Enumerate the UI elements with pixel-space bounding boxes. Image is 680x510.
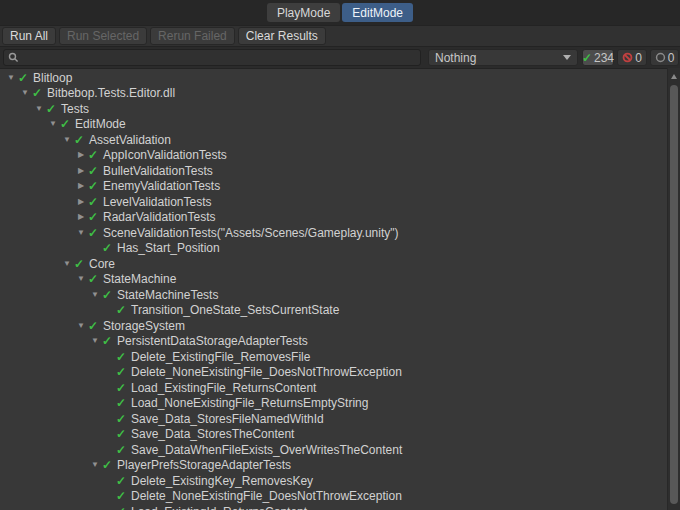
- tree-expander-expanded-icon[interactable]: ▼: [18, 89, 32, 97]
- tree-expander-collapsed-icon[interactable]: ▶: [74, 198, 88, 206]
- passed-filter-toggle[interactable]: ✓ 234: [582, 49, 614, 66]
- tree-expander-expanded-icon[interactable]: ▼: [74, 275, 88, 283]
- tree-row[interactable]: ✓Load_ExistingFile_ReturnsContent: [0, 380, 667, 396]
- tree-row[interactable]: ▼✓Core: [0, 256, 667, 272]
- tree-row[interactable]: ▼✓StateMachine: [0, 272, 667, 288]
- filter-bar: Nothing ✓ 234 0 0: [0, 46, 680, 68]
- rerun-failed-button: Rerun Failed: [150, 27, 235, 45]
- passed-count: 234: [594, 51, 614, 65]
- tab-editmode[interactable]: EditMode: [342, 3, 413, 22]
- test-pass-icon: ✓: [32, 87, 47, 99]
- scroll-up-arrow-icon[interactable]: [671, 74, 677, 79]
- tree-expander-expanded-icon[interactable]: ▼: [88, 337, 102, 345]
- test-name-label: StateMachine: [103, 272, 176, 286]
- tree-expander-collapsed-icon[interactable]: ▶: [74, 213, 88, 221]
- tree-row[interactable]: ▼✓StorageSystem: [0, 318, 667, 334]
- tree-expander-expanded-icon[interactable]: ▼: [88, 291, 102, 299]
- notrun-count: 0: [668, 51, 675, 65]
- test-name-label: Blitloop: [33, 71, 72, 85]
- tree-row[interactable]: ✓Save_Data_StoresTheContent: [0, 427, 667, 443]
- test-name-label: BulletValidationTests: [103, 164, 213, 178]
- test-pass-icon: ✓: [102, 335, 117, 347]
- tree-row[interactable]: ▼✓Blitloop: [0, 70, 667, 86]
- test-pass-icon: ✓: [74, 134, 89, 146]
- tree-expander-expanded-icon[interactable]: ▼: [88, 461, 102, 469]
- tree-row[interactable]: ▼✓Bitbebop.Tests.Editor.dll: [0, 86, 667, 102]
- tree-row[interactable]: ✓Transition_OneState_SetsCurrentState: [0, 303, 667, 319]
- test-pass-icon: ✓: [116, 413, 131, 425]
- tree-expander-expanded-icon[interactable]: ▼: [60, 260, 74, 268]
- tree-row[interactable]: ✓Save_DataWhenFileExists_OverWritesTheCo…: [0, 442, 667, 458]
- test-name-label: StateMachineTests: [117, 288, 218, 302]
- test-tree: ▼✓Blitloop▼✓Bitbebop.Tests.Editor.dll▼✓T…: [0, 68, 667, 510]
- clear-results-button[interactable]: Clear Results: [238, 27, 326, 45]
- test-name-label: AssetValidation: [89, 133, 171, 147]
- test-pass-icon: ✓: [60, 118, 75, 130]
- tree-row[interactable]: ✓Delete_NoneExistingFile_DoesNotThrowExc…: [0, 365, 667, 381]
- test-pass-icon: ✓: [88, 165, 103, 177]
- tree-row[interactable]: ▼✓PersistentDataStorageAdapterTests: [0, 334, 667, 350]
- test-name-label: RadarValidationTests: [103, 210, 216, 224]
- test-pass-icon: ✓: [88, 211, 103, 223]
- search-input[interactable]: [22, 51, 416, 64]
- tree-row[interactable]: ✓Load_ExistingId_ReturnsContent: [0, 504, 667, 510]
- tree-expander-collapsed-icon[interactable]: ▶: [74, 151, 88, 159]
- test-fail-icon: [622, 52, 633, 63]
- failed-filter-toggle[interactable]: 0: [617, 49, 647, 66]
- tree-expander-expanded-icon[interactable]: ▼: [60, 136, 74, 144]
- test-pass-icon: ✓: [116, 397, 131, 409]
- tree-row[interactable]: ✓Save_Data_StoresFileNamedWithId: [0, 411, 667, 427]
- notrun-filter-toggle[interactable]: 0: [650, 49, 679, 66]
- test-pass-icon: ✓: [116, 304, 131, 316]
- tree-expander-collapsed-icon[interactable]: ▶: [74, 167, 88, 175]
- test-name-label: Delete_ExistingFile_RemovesFile: [131, 350, 310, 364]
- tree-row[interactable]: ✓Delete_ExistingKey_RemovesKey: [0, 473, 667, 489]
- test-pass-icon: ✓: [116, 475, 131, 487]
- test-name-label: Tests: [61, 102, 89, 116]
- tree-row[interactable]: ▼✓Tests: [0, 101, 667, 117]
- tree-row[interactable]: ▶✓LevelValidationTests: [0, 194, 667, 210]
- tree-expander-expanded-icon[interactable]: ▼: [46, 120, 60, 128]
- tab-playmode[interactable]: PlayMode: [267, 3, 340, 22]
- tree-row[interactable]: ▶✓AppIconValidationTests: [0, 148, 667, 164]
- test-notrun-icon: [655, 52, 666, 63]
- tree-row[interactable]: ✓Has_Start_Position: [0, 241, 667, 257]
- test-pass-icon: ✓: [102, 459, 117, 471]
- search-field[interactable]: [3, 49, 421, 66]
- tree-expander-expanded-icon[interactable]: ▼: [74, 322, 88, 330]
- category-filter-dropdown[interactable]: Nothing: [428, 49, 578, 66]
- tree-expander-expanded-icon[interactable]: ▼: [74, 229, 88, 237]
- tree-row[interactable]: ▼✓SceneValidationTests("Assets/Scenes/Ga…: [0, 225, 667, 241]
- tree-row[interactable]: ▶✓EnemyValidationTests: [0, 179, 667, 195]
- test-name-label: Delete_NoneExistingFile_DoesNotThrowExce…: [131, 365, 402, 379]
- tree-row[interactable]: ▼✓StateMachineTests: [0, 287, 667, 303]
- failed-count: 0: [635, 51, 642, 65]
- scrollbar-thumb[interactable]: [670, 85, 678, 504]
- test-pass-icon: ✓: [88, 180, 103, 192]
- tree-row[interactable]: ▼✓EditMode: [0, 117, 667, 133]
- test-runner-window: PlayModeEditMode Run AllRun SelectedReru…: [0, 0, 680, 510]
- tree-expander-collapsed-icon[interactable]: ▶: [74, 182, 88, 190]
- test-name-label: Delete_NoneExistingFile_DoesNotThrowExce…: [131, 489, 402, 503]
- test-pass-icon: ✓: [116, 366, 131, 378]
- run-all-button[interactable]: Run All: [2, 27, 56, 45]
- tree-expander-expanded-icon[interactable]: ▼: [32, 105, 46, 113]
- mode-tabs: PlayModeEditMode: [0, 0, 680, 25]
- test-name-label: EnemyValidationTests: [103, 179, 220, 193]
- test-name-label: LevelValidationTests: [103, 195, 212, 209]
- tree-row[interactable]: ▶✓RadarValidationTests: [0, 210, 667, 226]
- tree-row[interactable]: ✓Delete_NoneExistingFile_DoesNotThrowExc…: [0, 489, 667, 505]
- test-name-label: Load_ExistingFile_ReturnsContent: [131, 381, 316, 395]
- tree-row[interactable]: ✓Load_NoneExistingFile_ReturnsEmptyStrin…: [0, 396, 667, 412]
- test-pass-icon: ✓: [116, 428, 131, 440]
- tree-expander-expanded-icon[interactable]: ▼: [4, 74, 18, 82]
- tree-row[interactable]: ▼✓PlayerPrefsStorageAdapterTests: [0, 458, 667, 474]
- tree-row[interactable]: ▶✓BulletValidationTests: [0, 163, 667, 179]
- tree-row[interactable]: ▼✓AssetValidation: [0, 132, 667, 148]
- toolbar: Run AllRun SelectedRerun FailedClear Res…: [0, 25, 680, 46]
- tree-row[interactable]: ✓Delete_ExistingFile_RemovesFile: [0, 349, 667, 365]
- search-icon: [8, 52, 19, 63]
- vertical-scrollbar[interactable]: [667, 68, 680, 510]
- test-pass-icon: ✓: [74, 258, 89, 270]
- test-pass-icon: ✓: [116, 444, 131, 456]
